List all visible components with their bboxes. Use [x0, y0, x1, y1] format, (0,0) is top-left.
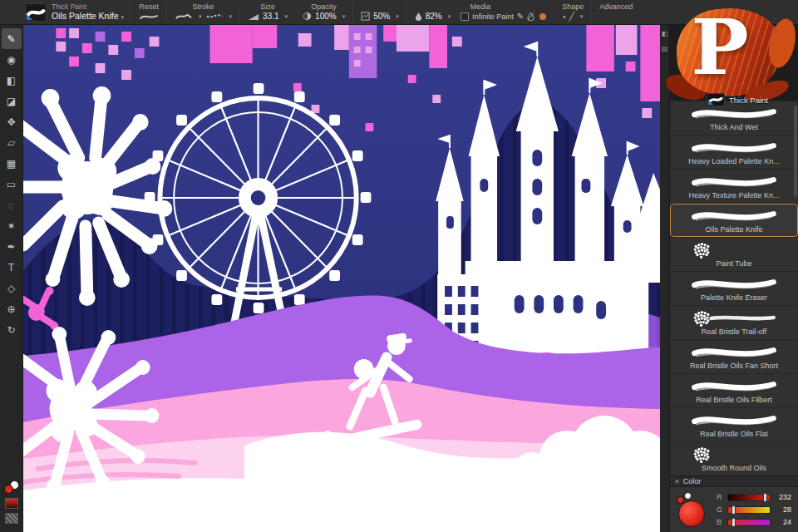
brush-stroke-preview	[685, 377, 783, 396]
shape-line-icon[interactable]: ╱	[569, 12, 574, 21]
caret-icon[interactable]: ▾	[342, 13, 346, 20]
wetness-icon[interactable]	[415, 12, 422, 21]
opacity-value[interactable]: 100%	[315, 12, 337, 21]
main-color-swatch[interactable]	[4, 485, 13, 494]
caret-icon[interactable]: ▾	[229, 13, 233, 20]
stroke-section: Stroke ▾ ▾	[167, 0, 239, 24]
size-label: Size	[260, 2, 275, 11]
shape-tool[interactable]: ◇	[2, 278, 22, 298]
current-brush-chip[interactable]: Thick Paint	[707, 93, 768, 106]
brush-item-label: Real Bristle Oils Flat	[700, 430, 768, 439]
main-additional-color-swatches[interactable]	[4, 480, 19, 494]
reset-section: Reset	[131, 0, 166, 24]
caret-icon[interactable]: ▾	[396, 13, 399, 20]
brush-name-dropdown[interactable]: Oils Palette Knife▾	[52, 11, 124, 22]
brush-item-label: Real Bristle Trail-off	[702, 328, 766, 337]
gradient-selector[interactable]	[5, 498, 18, 509]
caret-icon: ▾	[121, 14, 125, 20]
brush-item[interactable]: Heavy Loaded Palette Kn...	[670, 135, 798, 169]
channel-letter: B	[717, 518, 723, 526]
opacity-section: Opacity 100% ▾	[295, 0, 352, 24]
stroke-label: Stroke	[193, 2, 214, 11]
caret-icon[interactable]: ▾	[580, 13, 584, 20]
layer-adjuster-tool[interactable]: ✥	[2, 111, 22, 132]
eraser-tool[interactable]: ◪	[2, 91, 22, 111]
brush-item[interactable]: Real Bristle Trail-off	[670, 305, 798, 339]
color-panel-title: Color	[683, 477, 702, 485]
canvas[interactable]	[23, 25, 660, 532]
brush-item[interactable]: Heavy Texture Palette Kn...	[670, 169, 798, 203]
channel-slider[interactable]	[727, 506, 771, 514]
stroke-jitter-icon[interactable]	[205, 12, 224, 21]
color-channels: R 232 G 28 B 24	[717, 493, 791, 526]
brush-item-label: Palette Knife Eraser	[701, 293, 767, 303]
channel-slider-handle[interactable]	[763, 493, 767, 502]
reset-label: Reset	[139, 2, 159, 11]
lasso-tool[interactable]: ◌	[2, 195, 22, 215]
brush-stroke-preview	[685, 343, 783, 362]
size-slider-icon[interactable]	[248, 12, 259, 21]
channel-slider[interactable]	[727, 519, 771, 526]
dry-brush-icon[interactable]	[527, 12, 534, 21]
pen-tool[interactable]: ✒	[2, 236, 22, 257]
brush-item[interactable]: Oils Palette Knife	[670, 203, 798, 237]
secondary-color-swatch[interactable]	[684, 492, 692, 500]
text-tool[interactable]: T	[2, 257, 22, 278]
brush-item[interactable]: Real Bristle Oils Filbert	[670, 373, 798, 407]
transform-tool[interactable]: ▱	[2, 132, 22, 153]
tool-glyph: ✥	[7, 116, 15, 128]
brush-item[interactable]: Smooth Round Oils	[670, 441, 798, 475]
paper-selector[interactable]	[5, 513, 18, 524]
shape-dot-icon[interactable]: ●	[563, 12, 566, 21]
caret-icon[interactable]: ▾	[285, 13, 288, 20]
brush-stroke-preview	[685, 446, 783, 464]
brush-item[interactable]: Real Bristle Oils Fan Short	[670, 339, 798, 373]
grain-icon[interactable]	[361, 12, 370, 21]
channel-value: 232	[775, 493, 791, 501]
color-panel-close-icon[interactable]: ✕	[674, 478, 680, 485]
channel-slider-handle[interactable]	[732, 505, 736, 515]
zoom-tool[interactable]: ⊕	[2, 298, 22, 319]
tool-glyph: ▦	[7, 158, 16, 170]
brush-tool[interactable]: ✎	[2, 28, 22, 49]
magic-wand-tool[interactable]: ✶	[2, 215, 22, 236]
toolbox-swatches	[4, 480, 19, 532]
canvas-artwork[interactable]	[23, 25, 660, 532]
brush-item[interactable]: Palette Knife Eraser	[670, 271, 798, 305]
media-value[interactable]: 82%	[426, 12, 442, 21]
advanced-label[interactable]: Advanced	[599, 2, 633, 11]
brush-item[interactable]: Paint Tube	[670, 237, 798, 271]
channel-slider[interactable]	[727, 494, 771, 501]
paint-bucket-tool[interactable]: ◧	[2, 70, 22, 91]
brush-item-label: Real Bristle Oils Fan Short	[690, 362, 778, 371]
brush-stroke-preview	[685, 309, 783, 328]
brush-category-label: Thick Paint	[52, 2, 124, 11]
infinite-paint-checkbox[interactable]	[461, 12, 469, 21]
grain-value[interactable]: 50%	[373, 12, 390, 21]
current-color-swatch[interactable]	[678, 500, 705, 527]
crop-tool[interactable]: ▦	[2, 153, 22, 174]
size-value[interactable]: 33.1	[263, 12, 278, 21]
brush-item[interactable]: Real Bristle Oils Flat	[670, 407, 798, 441]
brush-item-label: Smooth Round Oils	[702, 464, 766, 473]
caret-icon[interactable]: ▾	[448, 13, 451, 20]
brush-selector[interactable]: Thick Paint Oils Palette Knife▾	[0, 0, 131, 24]
rotate-page-tool[interactable]: ↻	[2, 319, 22, 340]
stroke-style-icon[interactable]	[175, 12, 193, 21]
infinite-paint-label: Infinite Paint	[472, 12, 514, 21]
toolbox: ✎◉◧◪✥▱▦▭◌✶✒T◇⊕↻	[0, 25, 23, 532]
color-channel-row: B 24	[717, 518, 791, 526]
caret-icon[interactable]: ▾	[199, 13, 202, 20]
rect-select-tool[interactable]: ▭	[2, 174, 22, 195]
reset-brush-icon[interactable]	[139, 12, 159, 22]
opacity-icon[interactable]	[303, 12, 312, 21]
painter-logo-letter: P	[663, 5, 776, 90]
pencil-icon[interactable]: ✎	[517, 12, 524, 21]
media-label: Media	[470, 2, 491, 11]
heat-icon[interactable]	[539, 13, 546, 20]
advanced-section: Advanced	[592, 0, 640, 24]
channel-slider-handle[interactable]	[732, 518, 736, 527]
brush-badge-icon	[708, 100, 713, 105]
tool-glyph: ▭	[7, 179, 16, 190]
dropper-tool[interactable]: ◉	[2, 49, 22, 70]
